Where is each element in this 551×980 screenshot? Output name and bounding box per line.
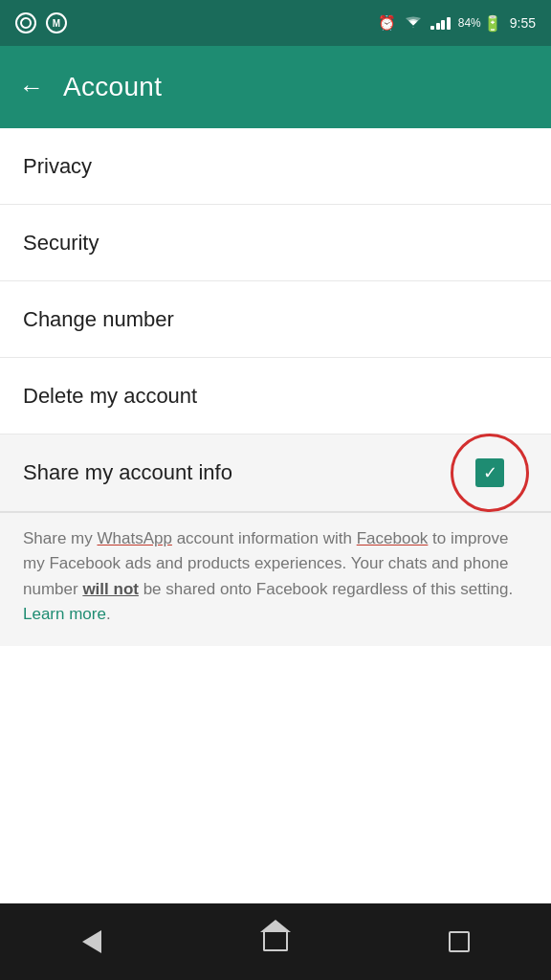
settings-list: Privacy Security Change number Delete my… <box>0 128 551 903</box>
share-account-info-wrapper: Share my account info ✓ <box>0 434 551 512</box>
signal-icon <box>430 17 451 30</box>
status-bar-left: M <box>15 12 67 33</box>
security-label: Security <box>23 231 99 256</box>
status-bar-right: ⏰ 84% 🔋 9:55 <box>378 14 536 33</box>
share-account-checkbox[interactable]: ✓ <box>475 458 504 487</box>
nav-recents-button[interactable] <box>430 913 488 970</box>
recents-square-icon <box>449 931 470 952</box>
battery-indicator: 84% 🔋 <box>458 14 502 33</box>
nav-home-button[interactable] <box>247 913 304 970</box>
security-item[interactable]: Security <box>0 205 551 281</box>
page-title: Account <box>63 72 162 102</box>
privacy-label: Privacy <box>23 154 92 179</box>
delete-account-label: Delete my account <box>23 384 197 409</box>
alarm-icon: ⏰ <box>378 14 396 32</box>
motorola-icon: M <box>46 12 67 33</box>
period: . <box>106 605 111 623</box>
whatsapp-link: WhatsApp <box>97 529 171 547</box>
facebook-link: Facebook <box>357 529 429 547</box>
wifi-icon <box>404 15 423 32</box>
change-number-label: Change number <box>23 307 174 332</box>
bottom-nav <box>0 903 551 980</box>
back-button[interactable]: ← <box>19 75 44 100</box>
back-triangle-icon <box>82 930 101 953</box>
learn-more-link[interactable]: Learn more <box>23 605 106 623</box>
nav-back-button[interactable] <box>63 913 121 970</box>
change-number-item[interactable]: Change number <box>0 281 551 358</box>
app-bar: ← Account <box>0 46 551 128</box>
will-not-text: will not <box>82 580 139 598</box>
share-account-info-label: Share my account info <box>23 460 232 485</box>
svg-point-0 <box>21 18 31 28</box>
description-text: Share my WhatsApp account information wi… <box>23 526 528 627</box>
description-area: Share my WhatsApp account information wi… <box>0 512 551 646</box>
status-bar: M ⏰ 84% 🔋 9:55 <box>0 0 551 46</box>
privacy-item[interactable]: Privacy <box>0 128 551 205</box>
home-icon <box>263 932 288 951</box>
desc-text-2: account information with <box>172 529 357 547</box>
share-account-info-item[interactable]: Share my account info ✓ <box>0 434 551 511</box>
status-time: 9:55 <box>510 15 536 31</box>
desc-text-1: Share my <box>23 529 97 547</box>
chat-bubble-icon <box>15 12 36 33</box>
delete-account-item[interactable]: Delete my account <box>0 358 551 434</box>
desc-text-4: be shared onto Facebook regardless of th… <box>139 580 513 598</box>
check-icon: ✓ <box>483 464 497 481</box>
